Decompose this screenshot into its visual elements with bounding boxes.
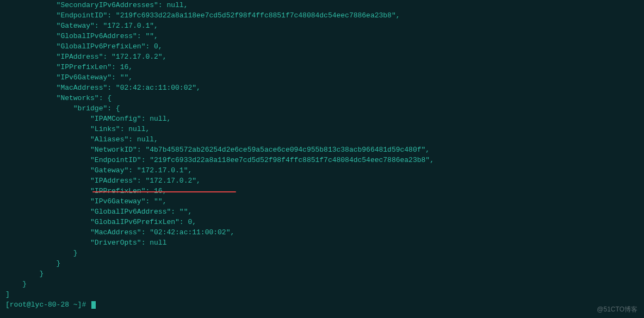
output-line: "IPAddress": "172.17.0.2", [5,176,639,186]
output-line: "Aliases": null, [5,134,639,145]
output-line: "GlobalIPv6Address": "", [5,31,639,41]
output-line: "SecondaryIPv6Addresses": null, [5,0,639,10]
output-line: "IPPrefixLen": 16, [5,186,639,196]
output-line: "MacAddress": "02:42:ac:11:00:02", [5,83,639,93]
output-line: "GlobalIPv6PrefixLen": 0, [5,41,639,52]
output-line: "MacAddress": "02:42:ac:11:00:02", [5,227,639,238]
output-line: } [5,248,639,258]
output-line: "bridge": { [5,103,639,114]
output-line: "Networks": { [5,93,639,103]
output-line: "Gateway": "172.17.0.1", [5,165,639,176]
output-line: "Gateway": "172.17.0.1", [5,21,639,31]
output-line: ] [5,289,639,300]
output-line: } [5,269,639,279]
output-line: "IPPrefixLen": 16, [5,62,639,72]
output-line: "DriverOpts": null [5,238,639,248]
output-line: "GlobalIPv6Address": "", [5,207,639,217]
output-line: "GlobalIPv6PrefixLen": 0, [5,217,639,227]
shell-prompt[interactable]: [root@lyc-80-28 ~]# [5,300,639,310]
output-line: "IPv6Gateway": "", [5,72,639,83]
output-line: "IPAddress": "172.17.0.2", [5,52,639,62]
output-line: "NetworkID": "4b7b458572ab26254d2e6ce59a… [5,145,639,155]
output-line: "IPv6Gateway": "", [5,196,639,207]
output-line: "IPAMConfig": null, [5,114,639,124]
output-line: } [5,279,639,289]
output-line: "EndpointID": "219fc6933d22a8a118ee7cd5d… [5,10,639,21]
output-line: "Links": null, [5,124,639,134]
watermark: @51CTO博客 [597,304,637,315]
prompt-text: [root@lyc-80-28 ~]# [5,301,90,309]
cursor [91,301,96,309]
output-line: } [5,258,639,269]
output-line: "EndpointID": "219fc6933d22a8a118ee7cd5d… [5,155,639,165]
terminal-output: "SecondaryIPv6Addresses": null, "Endpoin… [0,0,644,310]
